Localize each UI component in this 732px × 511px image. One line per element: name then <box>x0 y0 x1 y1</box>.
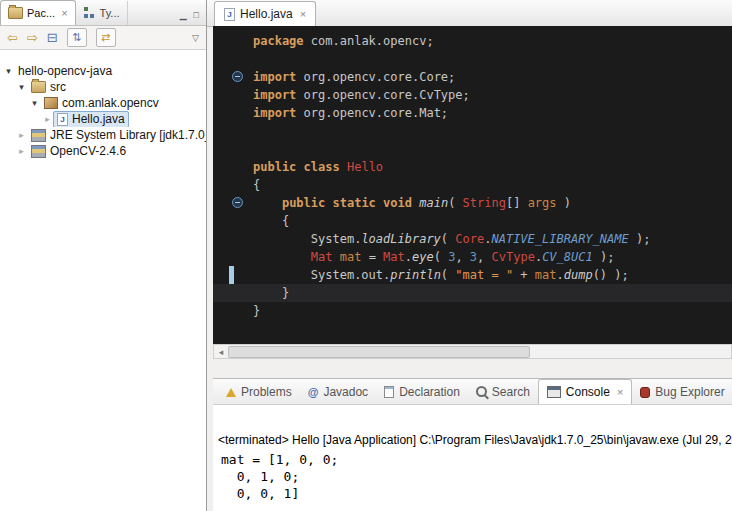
search-icon <box>476 386 487 397</box>
code-line[interactable]: public static void main( String[] args ) <box>213 194 732 212</box>
package-explorer-icon <box>8 7 23 19</box>
scroll-left-icon[interactable]: ◂ <box>214 347 228 357</box>
code-token: ( <box>434 250 448 264</box>
code-token <box>253 196 282 210</box>
tree-item-com-anlak-opencv[interactable]: ▾com.anlak.opencv <box>0 95 206 111</box>
code-token: Hello <box>347 160 383 174</box>
code-token: eye <box>412 250 434 264</box>
package-explorer-panel: Pac... × Ty... ▁ □ ⇦ ⇨ ⊟ ⇅ ⇄ ▽ ▾hello <box>0 0 207 511</box>
code-token: ); <box>629 232 651 246</box>
filters-button[interactable]: ⇄ <box>96 28 116 47</box>
code-token: org.opencv.core.Core; <box>296 70 455 84</box>
code-token: System.out. <box>253 268 390 282</box>
code-token: public <box>253 160 296 174</box>
tab-label: Pac... <box>27 7 55 19</box>
code-token: package <box>253 34 304 48</box>
tab-problems[interactable]: Problems <box>218 380 300 404</box>
tab-type-hierarchy[interactable]: Ty... <box>76 1 128 25</box>
tree-expander-icon[interactable]: ▾ <box>3 66 14 76</box>
code-token <box>296 160 303 174</box>
tree-item-inner: src <box>27 79 70 95</box>
forward-icon[interactable]: ⇨ <box>27 31 38 44</box>
tree-expander-icon[interactable]: ▸ <box>16 146 27 156</box>
code-token: ); <box>593 250 615 264</box>
horizontal-scrollbar[interactable]: ◂ <box>213 344 732 359</box>
tab-javadoc[interactable]: Javadoc <box>300 380 376 404</box>
close-icon[interactable]: × <box>61 8 67 19</box>
package-icon <box>44 97 58 109</box>
type-hierarchy-icon <box>84 7 88 11</box>
tree-expander-icon[interactable]: ▸ <box>42 114 53 124</box>
tab-package-explorer[interactable]: Pac... × <box>0 0 76 25</box>
close-icon[interactable]: × <box>617 387 623 398</box>
tree-expander-icon[interactable]: ▾ <box>16 82 27 92</box>
code-line[interactable]: System.out.println( "mat = " + mat.dump(… <box>213 266 732 284</box>
tab-console[interactable]: Console× <box>538 379 632 404</box>
tree-item-src[interactable]: ▾src <box>0 79 206 95</box>
code-line[interactable]: { <box>213 176 732 194</box>
tab-bug-explorer[interactable]: Bug Explorer <box>632 380 732 404</box>
code-token: . <box>556 268 563 282</box>
view-menu-icon[interactable]: ▽ <box>192 33 199 43</box>
tab-declaration[interactable]: Declaration <box>376 380 468 404</box>
code-line[interactable]: System.loadLibrary( Core.NATIVE_LIBRARY_… <box>213 230 732 248</box>
code-token: Mat <box>311 250 333 264</box>
tree-item-jre-system-library-jdk1-7-0-25[interactable]: ▸JRE System Library [jdk1.7.0_25] <box>0 127 206 143</box>
code-token <box>376 196 383 210</box>
java-file-icon <box>224 8 235 21</box>
code-editor[interactable]: package com.anlak.opencv;import org.open… <box>213 26 732 344</box>
code-token: org.opencv.core.Mat; <box>296 106 448 120</box>
code-token: CV_8UC1 <box>542 250 593 264</box>
code-token: = <box>361 250 383 264</box>
tree-item-label: OpenCV-2.4.6 <box>50 144 126 158</box>
code-line[interactable] <box>213 122 732 140</box>
code-token: org.opencv.core.CvType; <box>296 88 469 102</box>
code-token <box>340 160 347 174</box>
tree-item-label: JRE System Library [jdk1.7.0_25] <box>50 128 206 142</box>
link-with-editor-icon: ⇅ <box>72 32 81 43</box>
maximize-icon[interactable]: □ <box>194 10 199 20</box>
code-token: CvType <box>492 250 535 264</box>
tab-label: Bug Explorer <box>655 385 724 399</box>
tree-item-label: hello-opencv-java <box>18 64 112 78</box>
code-token: class <box>304 160 340 174</box>
bug-icon <box>640 387 650 398</box>
fold-marker[interactable] <box>232 197 243 208</box>
code-token: static <box>333 196 376 210</box>
tab-search[interactable]: Search <box>468 380 538 404</box>
code-token: println <box>390 268 441 282</box>
code-line[interactable]: package com.anlak.opencv; <box>213 32 732 50</box>
editor-tab-hello-java[interactable]: Hello.java × <box>214 1 316 26</box>
tree-item-inner: JRE System Library [jdk1.7.0_25] <box>27 127 206 143</box>
tree-item-inner: Hello.java <box>53 111 129 127</box>
code-line[interactable]: } <box>213 284 732 302</box>
code-line[interactable]: Mat mat = Mat.eye( 3, 3, CvType.CV_8UC1 … <box>213 248 732 266</box>
code-line[interactable]: import org.opencv.core.Core; <box>213 68 732 86</box>
code-line[interactable]: import org.opencv.core.Mat; <box>213 104 732 122</box>
close-icon[interactable]: × <box>300 9 306 20</box>
code-line[interactable] <box>213 140 732 158</box>
code-line[interactable]: public class Hello <box>213 158 732 176</box>
code-line[interactable]: } <box>213 302 732 320</box>
tab-label: Console <box>566 385 610 399</box>
back-icon[interactable]: ⇦ <box>7 31 18 44</box>
tree-expander-icon[interactable]: ▸ <box>16 130 27 140</box>
minimize-icon[interactable]: ▁ <box>180 10 187 20</box>
code-token: void <box>383 196 412 210</box>
code-token: ( <box>448 196 462 210</box>
link-with-editor-button[interactable]: ⇅ <box>67 28 87 47</box>
code-line[interactable] <box>213 50 732 68</box>
code-token: System. <box>253 232 361 246</box>
tree-item-inner: hello-opencv-java <box>14 63 116 79</box>
tree-expander-icon[interactable]: ▾ <box>29 98 40 108</box>
code-line[interactable]: import org.opencv.core.CvType; <box>213 86 732 104</box>
collapse-all-icon[interactable]: ⊟ <box>47 31 58 44</box>
tree-item-hello-opencv-java[interactable]: ▾hello-opencv-java <box>0 63 206 79</box>
view-window-buttons: ▁ □ <box>180 10 206 25</box>
tree-item-hello-java[interactable]: ▸Hello.java <box>0 111 206 127</box>
tree-item-opencv-2-4-6[interactable]: ▸OpenCV-2.4.6 <box>0 143 206 159</box>
code-token: loadLibrary <box>361 232 440 246</box>
code-line[interactable]: { <box>213 212 732 230</box>
fold-marker[interactable] <box>232 71 243 82</box>
scrollbar-thumb[interactable] <box>228 346 530 358</box>
